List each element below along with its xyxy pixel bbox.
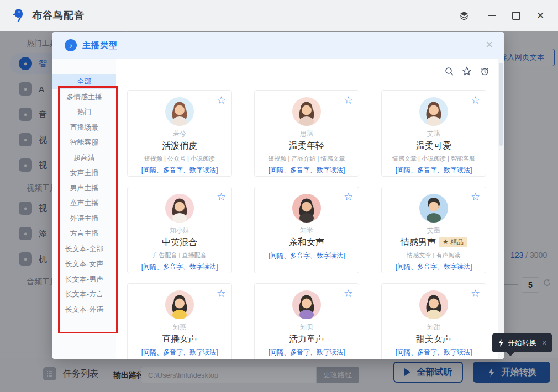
category-item[interactable]: 男声主播 — [52, 181, 116, 196]
voice-settings-link[interactable]: [间隔、多音字、数字读法] — [128, 262, 231, 272]
favorite-star-icon[interactable]: ☆ — [217, 287, 226, 300]
category-item[interactable]: 长文本-方言 — [52, 287, 116, 302]
voice-name: 艾墨 — [382, 226, 486, 235]
minimize-button[interactable] — [481, 0, 503, 31]
modal-scrollbar[interactable] — [498, 59, 504, 359]
favorite-star-icon[interactable]: ☆ — [471, 287, 480, 300]
category-item[interactable]: 长文本-外语 — [52, 302, 116, 317]
voice-settings-link[interactable]: [间隔、多音字、数字读法] — [255, 166, 359, 175]
titlebar: 布谷鸟配音 ✕ — [0, 0, 558, 31]
voice-tags: 短视频 | 产品介绍 | 情感文章 — [255, 155, 359, 163]
voice-card[interactable]: ☆ 知燕直播女声[间隔、多音字、数字读法] — [127, 283, 232, 359]
maximize-button[interactable] — [505, 0, 527, 31]
voice-style: 温柔可爱 — [382, 140, 486, 152]
category-item[interactable]: 多情感主播 — [52, 89, 116, 105]
favorite-star-icon[interactable]: ☆ — [344, 94, 353, 107]
voice-style: 亲和女声 — [255, 237, 359, 248]
voice-style: 温柔年轻 — [255, 140, 359, 152]
anchor-type-modal: ♪ 主播类型 × 全部多情感主播热门直播场景智能客服超高清女声主播男声主播童声主… — [52, 32, 504, 359]
avatar — [165, 194, 194, 223]
voice-name: 艾琪 — [382, 129, 486, 139]
close-button[interactable]: ✕ — [529, 0, 551, 31]
category-item[interactable]: 超高清 — [52, 150, 116, 166]
voice-settings-link[interactable]: [间隔、多音字、数字读法] — [255, 251, 359, 261]
voice-card[interactable]: ☆ 若兮活泼俏皮短视频 | 公众号 | 小说阅读[间隔、多音字、数字读法] — [127, 90, 232, 177]
lightning-icon — [498, 339, 504, 347]
music-note-icon: ♪ — [65, 39, 77, 51]
voice-card[interactable]: ☆ 艾琪温柔可爱情感文章 | 小说阅读 | 智能客服[间隔、多音字、数字读法] — [381, 90, 486, 177]
category-item[interactable]: 智能客服 — [52, 135, 116, 150]
favorite-star-icon[interactable]: ☆ — [217, 190, 226, 203]
voice-name: 知米 — [255, 226, 359, 235]
search-icon[interactable] — [444, 66, 454, 76]
voice-card-grid: ☆ 若兮活泼俏皮短视频 | 公众号 | 小说阅读[间隔、多音字、数字读法]☆ 思… — [127, 90, 486, 359]
avatar — [292, 194, 321, 223]
voice-name: 知小妹 — [128, 226, 231, 235]
voice-settings-link[interactable]: [间隔、多音字、数字读法] — [255, 348, 359, 357]
modal-close-icon[interactable]: × — [486, 39, 493, 51]
voice-card[interactable]: ☆ 知贝活力童声[间隔、多音字、数字读法] — [254, 283, 359, 359]
voice-settings-link[interactable]: [间隔、多音字、数字读法] — [128, 166, 231, 175]
tooltip-label: 开始转换 — [508, 338, 536, 348]
category-item[interactable]: 全部 — [52, 74, 116, 89]
voice-card[interactable]: ☆ 艾墨情感男声★ 精品情感文章 | 有声阅读[间隔、多音字、数字读法] — [381, 187, 486, 273]
avatar — [419, 194, 448, 223]
voice-card[interactable]: ☆ 知甜甜美女声[间隔、多音字、数字读法] — [381, 283, 486, 359]
category-item[interactable]: 长文本-女声 — [52, 256, 116, 272]
avatar — [165, 290, 194, 319]
avatar — [165, 97, 194, 126]
voice-settings-link[interactable]: [间隔、多音字、数字读法] — [382, 348, 486, 357]
voice-toolbar — [444, 66, 489, 76]
voice-style: 甜美女声 — [382, 333, 486, 345]
modal-scrollbar-thumb[interactable] — [499, 63, 503, 146]
category-item[interactable]: 方言主播 — [52, 226, 116, 241]
app-logo-bird-icon — [10, 7, 27, 24]
favorite-star-icon[interactable]: ☆ — [471, 190, 480, 203]
voice-name: 知贝 — [255, 322, 359, 332]
voice-style: 活泼俏皮 — [128, 140, 231, 152]
layers-icon[interactable] — [453, 0, 475, 31]
voice-style: 直播女声 — [128, 333, 231, 345]
favorite-star-icon[interactable]: ☆ — [344, 287, 353, 300]
premium-badge: ★ 精品 — [439, 237, 467, 247]
favorite-star-icon[interactable]: ☆ — [217, 94, 226, 107]
favorite-star-icon[interactable]: ☆ — [344, 190, 353, 203]
voice-tags: 情感文章 | 有声阅读 — [382, 251, 486, 259]
avatar — [292, 97, 321, 126]
voice-card[interactable]: ☆ 知小妹中英混合广告配音 | 直播配音[间隔、多音字、数字读法] — [127, 187, 232, 273]
voice-name: 知甜 — [382, 322, 486, 332]
voice-settings-link[interactable]: [间隔、多音字、数字读法] — [382, 262, 486, 272]
modal-title: 主播类型 — [82, 40, 118, 51]
history-icon[interactable] — [480, 66, 489, 76]
voice-card[interactable]: ☆ 思琪温柔年轻短视频 | 产品介绍 | 情感文章[间隔、多音字、数字读法] — [254, 90, 359, 177]
voice-style: 情感男声★ 精品 — [382, 237, 486, 248]
voice-settings-link[interactable]: [间隔、多音字、数字读法] — [128, 348, 231, 357]
modal-header: ♪ 主播类型 × — [52, 32, 504, 59]
category-item[interactable]: 童声主播 — [52, 195, 116, 211]
category-item[interactable]: 热门 — [52, 104, 116, 120]
category-item[interactable]: 直播场景 — [52, 120, 116, 135]
voice-style: 中英混合 — [128, 237, 231, 248]
voice-tags: 短视频 | 公众号 | 小说阅读 — [128, 155, 231, 163]
voice-name: 思琪 — [255, 129, 359, 139]
category-item[interactable]: 长文本-男声 — [52, 272, 116, 287]
start-convert-tooltip: 开始转换 × — [492, 333, 552, 352]
modal-body: 全部多情感主播热门直播场景智能客服超高清女声主播男声主播童声主播外语主播方言主播… — [52, 59, 504, 359]
voice-style: 活力童声 — [255, 333, 359, 345]
category-item[interactable]: 外语主播 — [52, 211, 116, 226]
voice-tags: 广告配音 | 直播配音 — [128, 251, 231, 259]
tooltip-close-icon[interactable]: × — [542, 338, 546, 347]
avatar — [292, 290, 321, 319]
favorite-star-icon[interactable]: ☆ — [471, 94, 480, 107]
app-window: 热门工具●智●A●音●视●视视频工具●视●添●机音频工具 导入网页文本 123 … — [0, 0, 558, 392]
app-title: 布谷鸟配音 — [32, 9, 85, 22]
avatar — [419, 97, 448, 126]
voice-settings-link[interactable]: [间隔、多音字、数字读法] — [382, 166, 486, 175]
category-item[interactable]: 长文本-全部 — [52, 241, 116, 257]
category-item[interactable]: 女声主播 — [52, 165, 116, 181]
favorites-icon[interactable] — [462, 66, 472, 76]
modal-content: ☆ 若兮活泼俏皮短视频 | 公众号 | 小说阅读[间隔、多音字、数字读法]☆ 思… — [116, 59, 504, 359]
voice-tags: 情感文章 | 小说阅读 | 智能客服 — [382, 155, 486, 163]
voice-name: 若兮 — [128, 129, 231, 139]
voice-card[interactable]: ☆ 知米亲和女声[间隔、多音字、数字读法] — [254, 187, 359, 273]
